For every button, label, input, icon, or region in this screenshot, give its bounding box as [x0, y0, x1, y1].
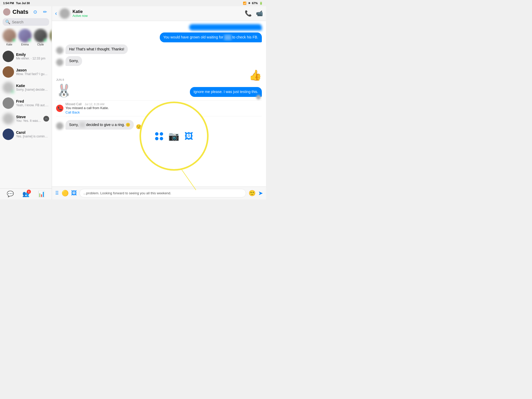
nav-people[interactable]: 👥 1 — [22, 191, 29, 197]
date-separator: JUN 8 — [56, 78, 64, 81]
emoji-button[interactable]: 🙂 — [249, 190, 256, 197]
camera-input-icon[interactable]: 🟡 — [62, 190, 69, 197]
received-avatar-2 — [56, 59, 63, 66]
chats-nav-icon: 💬 — [7, 191, 14, 197]
story-item-katie[interactable]: Katie — [3, 29, 16, 46]
video-icon[interactable]: 📹 — [256, 10, 263, 17]
gallery-zoom-icon[interactable]: 🖼 — [184, 131, 193, 141]
avatar-katie — [3, 82, 14, 93]
back-button[interactable]: ‹ — [55, 10, 57, 17]
table-row: Sorry, — [56, 56, 262, 66]
chat-header-avatar[interactable] — [59, 8, 70, 19]
send-button[interactable]: ➤ — [258, 190, 263, 197]
avatar-jason — [3, 66, 14, 78]
chat-name-jason: Jason — [16, 68, 49, 72]
status-time: 1:54 PM — [3, 2, 14, 5]
story-name-clyde: Clyde — [37, 43, 44, 46]
missed-call-label: Missed Call — [65, 102, 82, 106]
chat-header-name: Katie — [72, 9, 242, 14]
message-bubble-m5: Ignore me please. I was just testing thi… — [190, 87, 262, 97]
user-avatar[interactable] — [3, 8, 10, 16]
call-back-button[interactable]: Call Back — [65, 110, 80, 114]
status-date: Tue Jul 30 — [16, 2, 30, 5]
received-avatar — [56, 47, 63, 54]
thumbs-up-icon: 👍 — [249, 69, 262, 81]
search-input[interactable] — [12, 20, 46, 24]
chat-list: Emily Me either. · 12:33 pm Jason Wow. T… — [0, 49, 52, 188]
story-name-emma: Emma — [21, 43, 29, 46]
story-row: Katie Emma Clyde Tiffany — [0, 28, 52, 49]
message-bubble-m2: You would have grown old waiting for to … — [160, 32, 262, 42]
chat-name-steve: Steve — [16, 115, 41, 119]
chat-preview-jason: Wow. That fast? I guess... · Sun — [16, 72, 49, 76]
camera-zoom-icon[interactable]: 📷 — [168, 131, 179, 141]
battery-text: 67% — [252, 2, 258, 5]
main-layout: Chats ⊙ ✏ 🔍 Katie Emma — [0, 6, 266, 200]
phone-icon[interactable]: 📞 — [245, 10, 252, 17]
chat-item-emily[interactable]: Emily Me either. · 12:33 pm — [0, 49, 52, 64]
story-name-katie: Katie — [6, 43, 12, 46]
wifi-icon: 📶 — [243, 2, 247, 5]
signal-icon: ✈ — [248, 2, 250, 5]
story-avatar-tiffany — [49, 29, 52, 42]
chat-name-carol: Carol — [16, 130, 49, 135]
sticker-row: 🐰 Ignore me please. I was just testing t… — [56, 84, 262, 97]
story-avatar-clyde — [34, 29, 47, 42]
received-avatar-3 — [56, 122, 63, 130]
apps-grid-icon[interactable] — [155, 132, 163, 140]
missed-call-desc: You missed a call from Katie. — [65, 106, 109, 110]
gallery-input-icon[interactable]: 🖼 — [71, 190, 77, 197]
search-icon: 🔍 — [5, 19, 10, 24]
chat-name-emily: Emily — [16, 52, 49, 57]
missed-call-time: Jul 12, 8:28 AM — [85, 103, 104, 106]
chat-name-katie: Katie — [16, 84, 49, 88]
table-row: Ha! That's what I thought. Thanks! — [56, 44, 262, 54]
chat-item-carol[interactable]: Carol Yes. [name] is coming i... · Mar 1… — [0, 127, 52, 142]
special-row: JUN 8 👍 — [56, 69, 262, 81]
bottom-nav: 💬 👥 1 📊 — [0, 188, 52, 200]
battery-icon: 🔋 — [259, 2, 263, 5]
table-row: You would have grown old waiting for to … — [56, 32, 262, 42]
avatar-steve — [3, 113, 14, 124]
nav-activity[interactable]: 📊 — [38, 191, 45, 197]
story-item-emma[interactable]: Emma — [18, 29, 32, 46]
sent-avatar-small — [256, 95, 261, 99]
chat-preview-steve: You: Yes. It was n... · May 31 — [16, 119, 41, 123]
input-bar: ⠿ 🟡 🖼 🙂 ➤ — [52, 187, 266, 200]
message-bubble-m6: Sorry, decided to give u a ring. 🙂 — [65, 120, 134, 130]
nav-chats[interactable]: 💬 — [7, 191, 14, 197]
activity-nav-icon: 📊 — [38, 191, 45, 197]
people-badge: 1 — [27, 190, 31, 194]
avatar-emily — [3, 51, 14, 62]
steve-extra-icon: 🎮 — [43, 116, 49, 122]
story-avatar-emma — [18, 29, 32, 42]
story-item-tiffany[interactable]: Tiffany — [49, 29, 52, 46]
compose-icon[interactable]: ✏ — [41, 8, 49, 16]
camera-icon[interactable]: ⊙ — [31, 8, 39, 16]
missed-call-icon: 📞 — [56, 105, 63, 112]
chat-item-jason[interactable]: Jason Wow. That fast? I guess... · Sun — [0, 64, 52, 80]
message-bubble-blurred — [189, 24, 262, 30]
avatar-carol — [3, 129, 14, 140]
message-input[interactable] — [79, 189, 246, 197]
story-item-clyde[interactable]: Clyde — [34, 29, 47, 46]
chat-header-status: Active now — [72, 14, 242, 18]
search-bar[interactable]: 🔍 — [3, 18, 49, 26]
chat-preview-fred: Yeah, I know. FB aut... · Jun 8 — [16, 103, 49, 107]
chat-preview-emily: Me either. · 12:33 pm — [16, 57, 49, 60]
chat-header: ‹ Katie Active now 📞 📹 — [52, 6, 266, 21]
chat-panel: ‹ Katie Active now 📞 📹 You would have gr… — [52, 6, 266, 200]
chat-item-katie[interactable]: Katie Sorry, [name] decided to... · Jul … — [0, 80, 52, 95]
avatar-fred — [3, 97, 14, 109]
chat-item-steve[interactable]: Steve You: Yes. It was n... · May 31 🎮 — [0, 111, 52, 127]
chat-name-fred: Fred — [16, 99, 49, 103]
apps-input-icon[interactable]: ⠿ — [55, 190, 59, 196]
sidebar-header: Chats ⊙ ✏ — [0, 6, 52, 17]
status-bar: 1:54 PM Tue Jul 30 📶 ✈ 67% 🔋 — [0, 0, 266, 6]
chat-preview-katie: Sorry, [name] decided to... · Jul 12 — [16, 88, 49, 91]
message-bubble-m3: Ha! That's what I thought. Thanks! — [65, 44, 128, 54]
story-avatar-katie — [3, 29, 16, 42]
zoom-overlay: 📷 🖼 — [140, 102, 208, 170]
chat-item-fred[interactable]: Fred Yeah, I know. FB aut... · Jun 8 — [0, 95, 52, 111]
table-row — [56, 24, 262, 30]
